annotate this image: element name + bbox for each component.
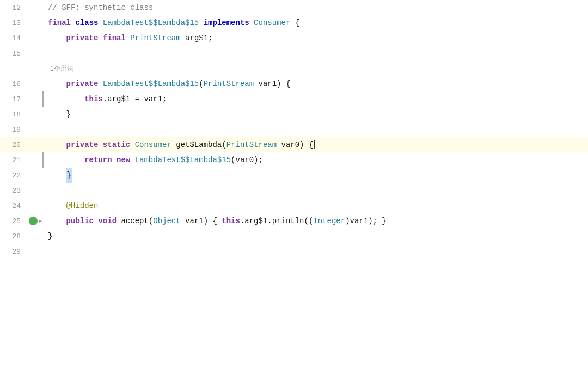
token: Consumer [254,15,290,30]
line-number: 15 [0,50,27,58]
code-line: 17 this.arg$1 = var1; [0,91,588,107]
code-line: 21 return new LambdaTest$$Lambda$15(var0… [0,152,588,168]
usage-hint-line: 1个用法 [44,61,588,76]
line-content: private static Consumer get$Lambda(Print… [44,137,588,152]
line-number: 17 [0,95,27,103]
text-cursor [314,140,315,149]
line-content: public void accept(Object var1) { this.a… [44,213,588,229]
token: arg$1; [181,30,213,46]
token: LambdaTest$$Lambda$15 [135,152,231,168]
code-line: 13final class LambdaTest$$Lambda$15 impl… [0,15,588,30]
token: class [75,15,102,30]
token: public [66,213,99,229]
token: ( [199,76,203,91]
token: .arg$1.println(( [240,213,313,229]
token [48,91,84,107]
line-number: 28 [0,232,27,241]
line-content: } [44,229,588,244]
code-line: 14 private final PrintStream arg$1; [0,30,588,46]
token: this [222,213,240,229]
line-number: 18 [0,110,27,119]
token: get$Lambda( [171,137,226,152]
token [48,198,66,213]
line-number: 19 [0,126,27,134]
token: var1) { [181,213,222,229]
token: Object [153,213,180,229]
token: private [66,137,103,152]
token: void [98,213,121,229]
token: PrintStream [204,76,254,91]
code-line: 23 [0,183,588,198]
code-line: 18 } [0,107,588,122]
breakpoint-icon[interactable] [29,217,38,225]
token: new [117,152,135,168]
line-content: this.arg$1 = var1; [42,91,588,107]
token: } [48,107,71,122]
code-line: 24 @Hidden [0,198,588,213]
token: static [103,137,135,152]
token: final [48,15,75,30]
token [48,76,66,91]
line-number: 25 [0,217,27,225]
code-line: 1个用法 [0,61,588,76]
token: var0) { [277,137,313,152]
token [48,30,66,46]
token: accept( [121,213,153,229]
code-line: 19 [0,122,588,137]
token: } [48,229,52,244]
token [48,213,66,229]
line-number: 24 [0,202,27,210]
code-line: 29 [0,244,588,259]
token: private [66,76,103,91]
line-gutter: ▶ [27,217,44,225]
token: LambdaTest$$Lambda$15 [103,15,199,30]
line-number: 21 [0,156,27,164]
code-line: 25▶ public void accept(Object var1) { th… [0,213,588,229]
line-content: private final PrintStream arg$1; [44,30,588,46]
token [48,152,84,168]
token: PrintStream [226,137,277,152]
expand-arrow-icon[interactable]: ▶ [39,218,42,224]
token [48,168,66,183]
token: Consumer [135,137,171,152]
code-line: 22 } [0,168,588,183]
code-line: 12// $FF: synthetic class [0,0,588,15]
token: .arg$1 = var1; [103,91,167,107]
token: implements [199,15,254,30]
token: LambdaTest$$Lambda$15 [103,76,199,91]
line-content: } [44,168,588,183]
line-content: final class LambdaTest$$Lambda$15 implem… [44,15,588,30]
token [48,137,66,152]
line-content: @Hidden [44,198,588,213]
usage-hint-text: 1个用法 [48,61,74,76]
line-number: 13 [0,19,27,27]
line-number: 23 [0,187,27,195]
token: var1) { [254,76,290,91]
code-line: 15 [0,46,588,61]
line-number: 14 [0,34,27,42]
token: } [66,168,72,183]
token: Integer [313,213,345,229]
line-number: 20 [0,141,27,149]
line-number: 12 [0,4,27,12]
line-content: } [44,107,588,122]
code-line: 16 private LambdaTest$$Lambda$15(PrintSt… [0,76,588,91]
code-lines: 12// $FF: synthetic class13final class L… [0,0,588,375]
line-number: 22 [0,171,27,180]
token: )var1); } [345,213,387,229]
token: PrintStream [130,30,180,46]
line-number: 29 [0,248,27,256]
token: // $FF: synthetic class [48,0,153,15]
line-number: 16 [0,80,27,88]
token: private [66,30,103,46]
code-editor: 12// $FF: synthetic class13final class L… [0,0,588,375]
token: (var0); [231,152,263,168]
line-content: private LambdaTest$$Lambda$15(PrintStrea… [44,76,588,91]
token: { [290,15,299,30]
code-line: 28} [0,229,588,244]
token: @Hidden [66,198,99,213]
token: this [84,91,103,107]
token: final [103,30,130,46]
code-line: 20 private static Consumer get$Lambda(Pr… [0,137,588,152]
line-content: // $FF: synthetic class [44,0,588,15]
